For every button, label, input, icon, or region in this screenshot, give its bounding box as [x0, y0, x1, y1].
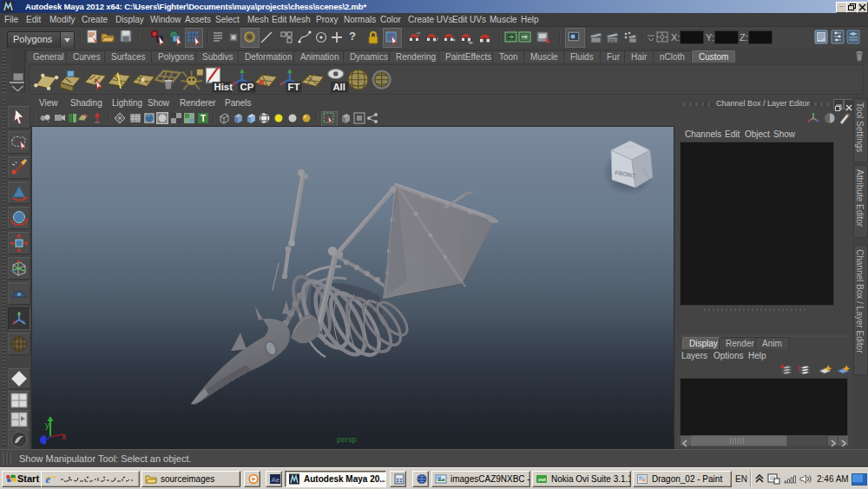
svg-text:FT: FT — [288, 82, 300, 92]
svg-text:e: e — [45, 473, 50, 485]
svg-text:IPR: IPR — [608, 38, 616, 43]
svg-text:y: y — [45, 420, 49, 430]
svg-text:ovi: ovi — [538, 477, 546, 482]
svg-text:Ae: Ae — [272, 476, 280, 484]
svg-text:x: x — [62, 432, 66, 441]
svg-text:All: All — [332, 82, 345, 92]
svg-text:T: T — [201, 114, 206, 123]
svg-text:persp: persp — [337, 435, 357, 444]
